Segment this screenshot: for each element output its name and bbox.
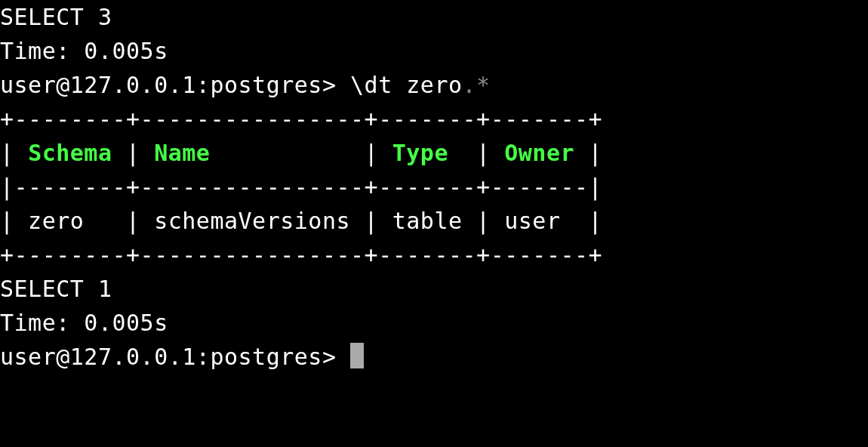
pipe: | — [365, 140, 392, 166]
table-border-mid: |--------+----------------+-------+-----… — [0, 170, 868, 204]
prompt-command-line: user@127.0.0.1:postgres> \dt zero.* — [0, 68, 868, 102]
col-type: Type — [392, 140, 448, 166]
terminal-output[interactable]: SELECT 3Time: 0.005suser@127.0.0.1:postg… — [0, 0, 868, 374]
table-border-bottom: +--------+----------------+-------+-----… — [0, 238, 868, 272]
col-name: Name — [154, 140, 210, 166]
table-border-top: +--------+----------------+-------+-----… — [0, 102, 868, 136]
col-schema: Schema — [28, 140, 112, 166]
prompt-text: user@127.0.0.1:postgres> — [0, 344, 350, 370]
result-select-line: SELECT 1 — [0, 272, 868, 306]
prev-select-line: SELECT 3 — [0, 0, 868, 34]
table-row: | zero | schemaVersions | table | user | — [0, 204, 868, 238]
prompt-line[interactable]: user@127.0.0.1:postgres> — [0, 340, 868, 374]
pipe: | — [574, 140, 602, 166]
prev-time-line: Time: 0.005s — [0, 34, 868, 68]
pipe: | — [112, 140, 155, 166]
command-prefix: \dt zero — [350, 72, 463, 98]
col-owner: Owner — [504, 140, 574, 166]
cursor — [350, 343, 364, 368]
prompt-text: user@127.0.0.1:postgres> — [0, 72, 350, 98]
pad — [210, 140, 364, 166]
result-time-line: Time: 0.005s — [0, 306, 868, 340]
table-header-row: | Schema | Name | Type | Owner | — [0, 136, 868, 170]
pipe: | — [448, 140, 504, 166]
command-dotstar: .* — [463, 72, 491, 98]
pipe: | — [0, 140, 28, 166]
